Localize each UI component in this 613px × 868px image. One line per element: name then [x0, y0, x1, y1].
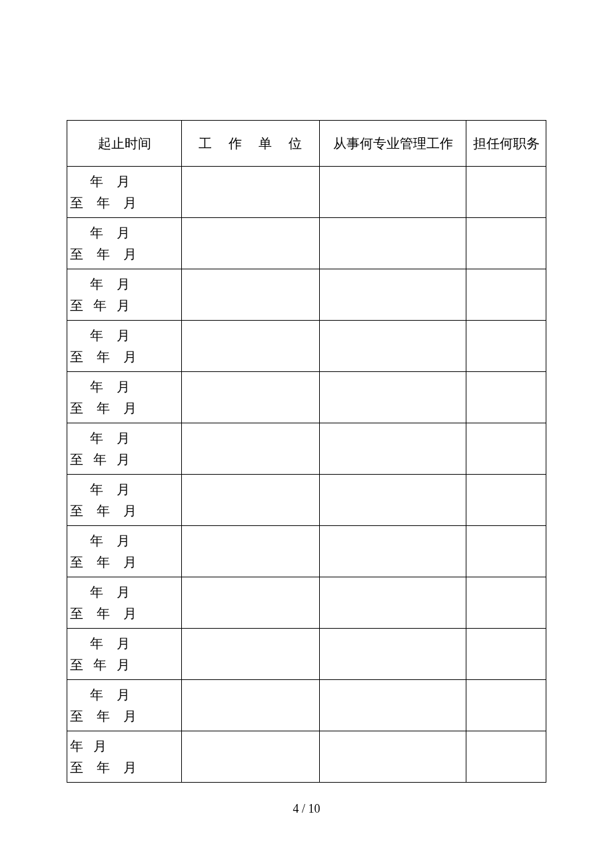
- cell-time: 年 月至 年 月: [67, 218, 182, 269]
- cell-position: [466, 526, 546, 577]
- cell-position: [466, 269, 546, 321]
- cell-time: 年 月至 年 月: [67, 680, 182, 731]
- cell-time: 年 月至 年 月: [67, 577, 182, 629]
- time-line-2: 至 年 月: [70, 757, 179, 778]
- cell-position: [466, 680, 546, 731]
- cell-time: 年 月至 年 月: [67, 269, 182, 321]
- cell-time: 年 月至 年 月: [67, 423, 182, 475]
- time-line-1: 年 月: [70, 273, 179, 295]
- cell-work: [319, 577, 466, 629]
- table-row: 年 月至 年 月: [67, 577, 546, 629]
- cell-position: [466, 218, 546, 269]
- time-line-2: 至 年 月: [70, 295, 179, 316]
- time-line-2: 至 年 月: [70, 346, 179, 367]
- cell-unit: [182, 526, 320, 577]
- time-line-2: 至 年 月: [70, 500, 179, 521]
- cell-work: [319, 475, 466, 526]
- cell-position: [466, 629, 546, 680]
- table-row: 年 月至 年 月: [67, 167, 546, 218]
- time-line-1: 年 月: [70, 735, 179, 757]
- time-line-2: 至 年 月: [70, 192, 179, 213]
- time-line-2: 至 年 月: [70, 449, 179, 470]
- time-line-1: 年 月: [70, 530, 179, 551]
- table-row: 年 月至 年 月: [67, 423, 546, 475]
- time-line-1: 年 月: [70, 581, 179, 603]
- cell-time: 年 月至 年 月: [67, 475, 182, 526]
- cell-unit: [182, 269, 320, 321]
- time-line-2: 至 年 月: [70, 397, 179, 419]
- cell-work: [319, 269, 466, 321]
- cell-time: 年 月至 年 月: [67, 629, 182, 680]
- page-footer: 4 / 10: [0, 802, 613, 816]
- time-line-1: 年 月: [70, 376, 179, 397]
- cell-time: 年 月至 年 月: [67, 321, 182, 372]
- table-row: 年 月至 年 月: [67, 218, 546, 269]
- cell-unit: [182, 629, 320, 680]
- table-row: 年 月至 年 月: [67, 372, 546, 423]
- cell-unit: [182, 167, 320, 218]
- time-line-2: 至 年 月: [70, 654, 179, 675]
- cell-time: 年 月至 年 月: [67, 526, 182, 577]
- time-line-1: 年 月: [70, 427, 179, 449]
- header-unit: 工 作 单 位: [182, 121, 320, 167]
- table-row: 年 月至 年 月: [67, 629, 546, 680]
- table-header-row: 起止时间 工 作 单 位 从事何专业管理工作 担任何职务: [67, 121, 546, 167]
- cell-work: [319, 218, 466, 269]
- cell-unit: [182, 372, 320, 423]
- cell-work: [319, 372, 466, 423]
- cell-time: 年 月至 年 月: [67, 167, 182, 218]
- cell-unit: [182, 321, 320, 372]
- cell-unit: [182, 218, 320, 269]
- cell-position: [466, 731, 546, 783]
- cell-position: [466, 475, 546, 526]
- time-line-1: 年 月: [70, 325, 179, 346]
- cell-position: [466, 423, 546, 475]
- cell-position: [466, 577, 546, 629]
- time-line-2: 至 年 月: [70, 705, 179, 727]
- time-line-1: 年 月: [70, 633, 179, 654]
- time-line-2: 至 年 月: [70, 243, 179, 265]
- cell-work: [319, 526, 466, 577]
- cell-work: [319, 731, 466, 783]
- cell-unit: [182, 475, 320, 526]
- cell-time: 年 月至 年 月: [67, 372, 182, 423]
- table-row: 年 月至 年 月: [67, 475, 546, 526]
- time-line-1: 年 月: [70, 171, 179, 192]
- cell-position: [466, 372, 546, 423]
- time-line-2: 至 年 月: [70, 551, 179, 573]
- cell-work: [319, 680, 466, 731]
- cell-work: [319, 167, 466, 218]
- table-row: 年 月至 年 月: [67, 269, 546, 321]
- cell-position: [466, 167, 546, 218]
- time-line-2: 至 年 月: [70, 603, 179, 624]
- cell-time: 年 月至 年 月: [67, 731, 182, 783]
- table-row: 年 月至 年 月: [67, 321, 546, 372]
- time-line-1: 年 月: [70, 479, 179, 500]
- table-row: 年 月至 年 月: [67, 731, 546, 783]
- time-line-1: 年 月: [70, 684, 179, 705]
- work-history-table: 起止时间 工 作 单 位 从事何专业管理工作 担任何职务 年 月至 年 月 年 …: [67, 120, 546, 783]
- time-line-1: 年 月: [70, 222, 179, 243]
- cell-unit: [182, 423, 320, 475]
- table-row: 年 月至 年 月: [67, 526, 546, 577]
- cell-work: [319, 423, 466, 475]
- table-row: 年 月至 年 月: [67, 680, 546, 731]
- header-position: 担任何职务: [466, 121, 546, 167]
- cell-work: [319, 321, 466, 372]
- cell-unit: [182, 731, 320, 783]
- header-time: 起止时间: [67, 121, 182, 167]
- header-work: 从事何专业管理工作: [319, 121, 466, 167]
- cell-unit: [182, 577, 320, 629]
- cell-position: [466, 321, 546, 372]
- cell-work: [319, 629, 466, 680]
- cell-unit: [182, 680, 320, 731]
